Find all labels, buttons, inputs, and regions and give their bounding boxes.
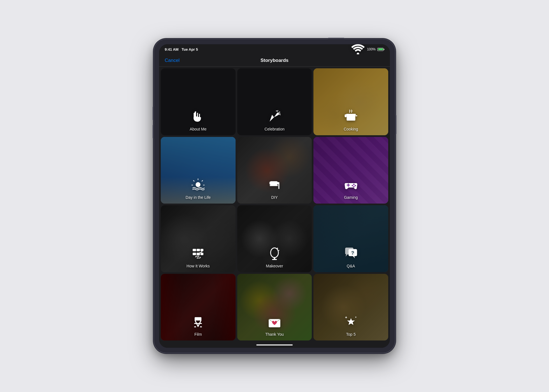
grid-item-about-me[interactable]: About Me — [161, 68, 236, 135]
ipad-device: 9:41 AM Tue Apr 5 100% — [154, 39, 395, 353]
celebration-label: Celebration — [264, 127, 285, 131]
svg-rect-32 — [201, 253, 203, 255]
thank-you-overlay — [237, 274, 312, 341]
battery-icon — [377, 48, 384, 51]
svg-rect-19 — [270, 185, 278, 186]
svg-marker-33 — [199, 255, 199, 257]
grid-item-thank-you[interactable]: Thank You — [237, 274, 312, 341]
svg-point-5 — [279, 113, 280, 114]
cooking-label: Cooking — [344, 127, 358, 131]
svg-line-1 — [277, 110, 278, 111]
battery-percent: 100% — [367, 47, 376, 51]
svg-rect-37 — [272, 259, 277, 260]
svg-line-2 — [279, 112, 280, 112]
how-it-works-label: How It Works — [187, 264, 210, 268]
battery-fill — [378, 48, 383, 50]
screen: 9:41 AM Tue Apr 5 100% — [159, 44, 390, 348]
scroll-bar — [256, 344, 293, 346]
battery-tip — [384, 49, 384, 50]
time-display: 9:41 AM — [165, 47, 178, 52]
film-icon — [190, 314, 206, 330]
svg-rect-27 — [193, 249, 196, 251]
svg-point-24 — [355, 185, 356, 186]
svg-point-23 — [353, 184, 354, 185]
svg-rect-46 — [194, 323, 202, 324]
svg-line-12 — [202, 181, 203, 181]
paint-roller-icon — [266, 177, 283, 193]
svg-rect-9 — [355, 115, 357, 116]
svg-point-25 — [352, 185, 353, 186]
wave-icon — [190, 108, 206, 125]
day-in-life-label: Day in the Life — [186, 195, 211, 200]
svg-point-4 — [276, 110, 277, 111]
volume-up-button[interactable] — [153, 106, 154, 120]
qa-icon: ? — [343, 245, 359, 262]
svg-rect-28 — [197, 249, 200, 251]
date-display: Tue Apr 5 — [182, 47, 198, 52]
svg-rect-48 — [200, 326, 202, 327]
workflow-icon — [190, 245, 206, 262]
scroll-indicator — [159, 342, 390, 348]
svg-marker-34 — [197, 257, 197, 259]
svg-rect-8 — [345, 114, 346, 117]
grid-item-diy[interactable]: DIY — [237, 137, 312, 204]
device-shell: 9:41 AM Tue Apr 5 100% — [154, 39, 395, 353]
cancel-button[interactable]: Cancel — [165, 58, 180, 63]
grid-item-top5[interactable]: Top 5 — [313, 274, 388, 341]
svg-rect-6 — [346, 115, 355, 121]
diy-overlay — [237, 137, 312, 204]
svg-rect-7 — [346, 114, 356, 115]
grid-item-how-it-works[interactable]: How It Works — [161, 205, 236, 272]
party-icon — [266, 108, 283, 125]
gaming-overlay — [313, 137, 388, 204]
grid-item-qa[interactable]: ? Q&A — [313, 205, 388, 272]
svg-point-35 — [271, 248, 278, 258]
svg-rect-30 — [193, 253, 196, 255]
thank-you-label: Thank You — [265, 332, 284, 337]
volume-down-button[interactable] — [153, 125, 154, 139]
envelope-heart-icon — [266, 314, 283, 330]
grid-item-celebration[interactable]: Celebration — [237, 68, 312, 135]
svg-rect-20 — [269, 182, 271, 185]
grid-item-makeover[interactable]: Makeover — [237, 205, 312, 272]
gamepad-icon — [343, 177, 359, 193]
svg-point-26 — [353, 186, 354, 187]
mirror-icon — [266, 245, 283, 262]
sunrise-icon — [190, 177, 206, 193]
qa-overlay — [313, 205, 388, 272]
svg-rect-43 — [195, 317, 201, 321]
top-button[interactable] — [328, 38, 345, 39]
svg-point-10 — [196, 182, 201, 187]
top5-overlay — [313, 274, 388, 341]
status-time: 9:41 AM Tue Apr 5 — [165, 47, 198, 52]
qa-label: Q&A — [347, 264, 355, 268]
svg-rect-18 — [278, 183, 279, 189]
grid-item-day-in-life[interactable]: Day in the Life — [161, 137, 236, 204]
grid-item-film[interactable]: Film — [161, 274, 236, 341]
svg-rect-29 — [201, 249, 203, 251]
grid-item-gaming[interactable]: Gaming — [313, 137, 388, 204]
power-button[interactable] — [395, 115, 396, 134]
diy-label: DIY — [271, 195, 278, 200]
svg-rect-22 — [348, 183, 348, 187]
celebration-overlay — [237, 68, 312, 135]
battery-body — [377, 48, 383, 51]
film-label: Film — [194, 332, 202, 337]
page-title: Storyboards — [260, 58, 289, 63]
film-overlay — [161, 274, 236, 341]
about-me-overlay — [161, 68, 236, 135]
svg-text:?: ? — [351, 250, 354, 256]
storyboard-grid: About Me — [159, 67, 390, 342]
star-icon — [343, 314, 359, 330]
grid-item-cooking[interactable]: Cooking — [313, 68, 388, 135]
makeover-label: Makeover — [266, 264, 283, 268]
nav-bar: Cancel Storyboards — [159, 54, 390, 67]
day-in-life-overlay — [161, 137, 236, 204]
svg-line-14 — [194, 181, 194, 181]
how-it-works-overlay — [161, 205, 236, 272]
gaming-label: Gaming — [344, 195, 358, 200]
about-me-label: About Me — [190, 127, 206, 131]
svg-rect-47 — [194, 326, 196, 327]
pot-icon — [343, 108, 359, 125]
svg-rect-31 — [197, 253, 200, 255]
